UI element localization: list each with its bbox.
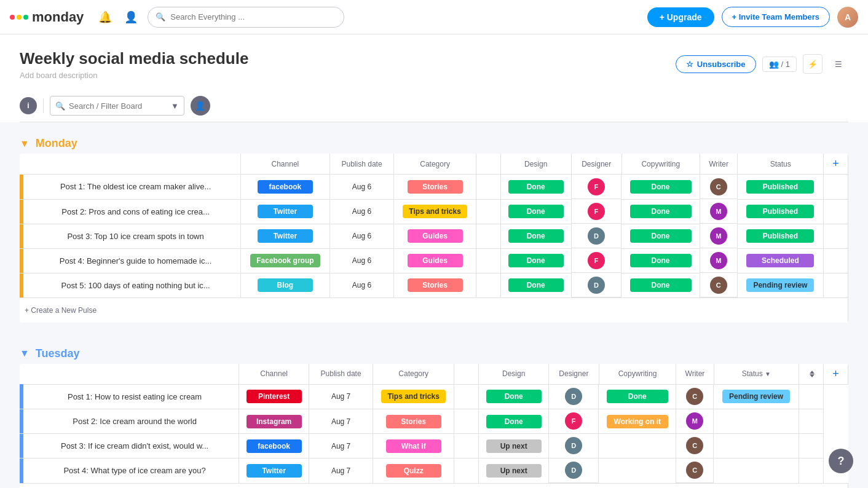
status-cell[interactable]: Scheduled [738, 248, 824, 273]
status-cell[interactable]: Published [738, 224, 824, 248]
copywriting-cell[interactable]: Working on it [599, 409, 676, 434]
design-cell[interactable]: Done [500, 248, 571, 273]
row-name[interactable]: Post 1: How to resist eating ice cream [68, 392, 202, 401]
person-filter-button[interactable]: 👤 [191, 96, 210, 116]
design-pill[interactable]: Done [486, 415, 542, 428]
channel-cell[interactable]: Blog [241, 273, 329, 298]
category-pill[interactable]: Guides [408, 229, 463, 243]
add-column-tuesday[interactable]: + [824, 364, 848, 385]
board-description[interactable]: Add board description [20, 71, 248, 80]
channel-cell[interactable]: Twitter [239, 458, 309, 484]
group-title-monday[interactable]: Monday [36, 137, 77, 150]
design-pill[interactable]: Done [508, 229, 564, 243]
filter-bar[interactable]: 🔍 ▼ [50, 96, 184, 116]
design-cell[interactable]: Up next [479, 458, 549, 484]
group-title-tuesday[interactable]: Tuesday [36, 347, 80, 360]
category-cell[interactable]: What if [373, 434, 454, 458]
design-cell[interactable]: Done [500, 199, 571, 224]
copywriting-pill[interactable]: Done [630, 229, 692, 243]
copywriting-cell[interactable] [599, 434, 676, 458]
design-pill[interactable]: Done [508, 180, 564, 194]
global-search-input[interactable] [170, 12, 336, 22]
channel-pill[interactable]: Twitter [258, 229, 313, 243]
category-pill[interactable]: Stories [408, 278, 463, 292]
design-pill[interactable]: Up next [486, 464, 542, 478]
design-pill[interactable]: Done [508, 254, 564, 267]
category-cell[interactable]: Guides [394, 224, 476, 248]
create-pulse-row[interactable]: + Create a New Pulse [20, 483, 848, 488]
invite-team-button[interactable]: + Invite Team Members [722, 7, 830, 27]
copywriting-cell[interactable]: Done [621, 199, 700, 224]
status-pill[interactable]: Published [746, 205, 814, 218]
category-cell[interactable]: Quizz [373, 458, 454, 484]
category-cell[interactable]: Stories [394, 175, 476, 200]
unsubscribe-button[interactable]: ☆ Unsubscribe [676, 55, 756, 73]
channel-cell[interactable]: Twitter [241, 199, 329, 224]
channel-pill[interactable]: facebook [247, 439, 302, 453]
avatar[interactable]: A [837, 7, 858, 28]
channel-cell[interactable]: Facebook group [241, 248, 329, 273]
status-cell[interactable]: Published [738, 199, 824, 224]
copywriting-cell[interactable]: Done [621, 175, 700, 200]
category-pill[interactable]: Tips and tricks [381, 390, 445, 403]
channel-pill[interactable]: Twitter [258, 205, 313, 218]
status-cell[interactable]: Pending review [714, 384, 799, 409]
design-cell[interactable]: Done [479, 384, 549, 409]
category-cell[interactable]: Tips and tricks [394, 199, 476, 224]
channel-pill[interactable]: Blog [258, 278, 313, 292]
channel-cell[interactable]: Instagram [239, 409, 309, 434]
copywriting-pill[interactable]: Working on it [607, 415, 668, 428]
copywriting-cell[interactable]: Done [599, 384, 676, 409]
notifications-icon[interactable]: 🔔 [96, 8, 114, 26]
status-pill[interactable]: Pending review [746, 278, 814, 292]
add-column-monday[interactable]: + [824, 154, 848, 175]
upgrade-button[interactable]: + Upgrade [647, 7, 714, 27]
channel-cell[interactable]: facebook [241, 175, 329, 200]
status-pill[interactable]: Published [746, 180, 814, 194]
subscribers-button[interactable]: 👥 / 1 [762, 57, 797, 72]
group-arrow-tuesday[interactable]: ▼ [20, 348, 30, 359]
design-cell[interactable]: Done [500, 224, 571, 248]
channel-pill[interactable]: Twitter [247, 464, 302, 478]
row-name[interactable]: Post 4: What type of ice cream are you? [63, 466, 205, 475]
channel-pill[interactable]: Facebook group [250, 254, 320, 267]
category-pill[interactable]: Stories [386, 415, 441, 428]
status-cell[interactable]: Pending review [738, 273, 824, 298]
filter-input[interactable] [69, 101, 167, 111]
channel-cell[interactable]: Pinterest [239, 384, 309, 409]
category-cell[interactable]: Guides [394, 248, 476, 273]
help-button[interactable]: ? [829, 449, 853, 473]
group-arrow-monday[interactable]: ▼ [20, 138, 30, 149]
filter-dropdown-icon[interactable]: ▼ [171, 101, 179, 111]
status-cell[interactable] [714, 434, 799, 458]
status-cell[interactable] [714, 458, 799, 484]
copywriting-cell[interactable] [599, 458, 676, 484]
row-name[interactable]: Post 2: Pros and cons of eating ice crea… [61, 207, 210, 216]
channel-pill[interactable]: Instagram [247, 415, 302, 428]
activity-button[interactable]: ⚡ [803, 54, 823, 74]
category-cell[interactable]: Tips and tricks [373, 384, 454, 409]
status-cell[interactable] [714, 409, 799, 434]
category-pill[interactable]: Guides [408, 254, 463, 267]
row-name[interactable]: Post 1: The oldest ice cream maker alive… [60, 182, 211, 191]
channel-cell[interactable]: Twitter [241, 224, 329, 248]
row-name[interactable]: Post 3: Top 10 ice cream spots in town [67, 232, 203, 241]
category-cell[interactable]: Stories [394, 273, 476, 298]
team-icon[interactable]: 👤 [122, 8, 140, 26]
row-name[interactable]: Post 3: If ice cream didn't exist, would… [61, 441, 208, 451]
copywriting-cell[interactable]: Done [621, 224, 700, 248]
design-cell[interactable]: Done [500, 273, 571, 298]
design-cell[interactable]: Up next [479, 434, 549, 458]
channel-cell[interactable]: facebook [239, 434, 309, 458]
copywriting-pill[interactable]: Done [630, 180, 692, 194]
category-pill[interactable]: Stories [408, 180, 463, 194]
copywriting-pill[interactable]: Done [630, 205, 692, 218]
category-pill[interactable]: Tips and tricks [403, 205, 467, 218]
channel-pill[interactable]: facebook [258, 180, 313, 194]
create-pulse-row[interactable]: + Create a New Pulse [20, 298, 848, 323]
copywriting-pill[interactable]: Done [630, 278, 692, 292]
status-pill[interactable]: Scheduled [746, 254, 814, 267]
category-pill[interactable]: What if [386, 439, 441, 453]
copywriting-pill[interactable]: Done [630, 254, 692, 267]
status-pill[interactable]: Published [746, 229, 814, 243]
